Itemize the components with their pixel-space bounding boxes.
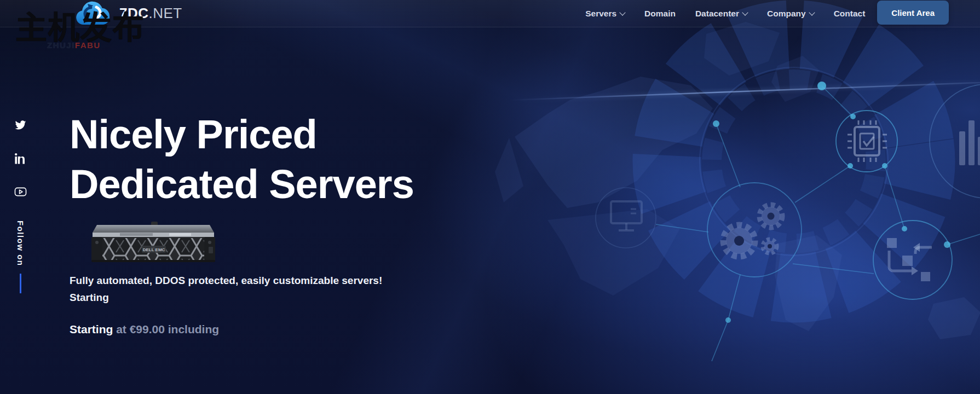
nav-item-servers[interactable]: Servers (585, 9, 625, 19)
page-title: Nicely PricedDedicated Servers (70, 109, 414, 209)
nav-item-domain[interactable]: Domain (644, 9, 676, 19)
nav-item-company[interactable]: Company (767, 9, 814, 19)
nav-item-contact[interactable]: Contact (834, 9, 866, 19)
price-prefix: Starting (70, 323, 113, 335)
youtube-link[interactable] (14, 186, 27, 198)
svg-text:DELL EMC: DELL EMC (143, 247, 165, 252)
price-value: at €99.00 including (113, 323, 219, 335)
logo-text-light: .NET (149, 5, 182, 21)
linkedin-icon (15, 153, 26, 164)
chevron-down-icon (742, 9, 748, 15)
server-image: DELL EMC (87, 218, 220, 263)
follow-on-label: Follow on (16, 221, 25, 266)
youtube-icon (14, 186, 27, 198)
main-menu: Servers Domain Datacenter Company Contac… (585, 9, 865, 19)
social-rail: Follow on (12, 119, 28, 293)
client-area-button[interactable]: Client Area (877, 1, 949, 25)
price-line: Starting at €99.00 including (70, 323, 414, 336)
hero-content: Nicely PricedDedicated Servers (70, 109, 414, 336)
chevron-down-icon (809, 9, 815, 15)
accent-line (20, 274, 21, 293)
linkedin-link[interactable] (15, 153, 26, 164)
nav-item-datacenter[interactable]: Datacenter (695, 9, 747, 19)
twitter-icon (15, 119, 26, 131)
logo-text: 7DC.NET (119, 5, 182, 22)
hero-section: 7DC.NET Servers Domain Datacenter Compan… (0, 0, 980, 394)
logo-text-bold: 7DC (119, 5, 149, 21)
hero-description: Fully automated, DDOS protected, easily … (70, 272, 414, 306)
twitter-link[interactable] (15, 119, 26, 131)
chevron-down-icon (619, 9, 625, 15)
cloud-sync-icon (71, 1, 117, 27)
top-navbar: 7DC.NET Servers Domain Datacenter Compan… (0, 0, 980, 27)
logo-link[interactable]: 7DC.NET (71, 0, 182, 27)
